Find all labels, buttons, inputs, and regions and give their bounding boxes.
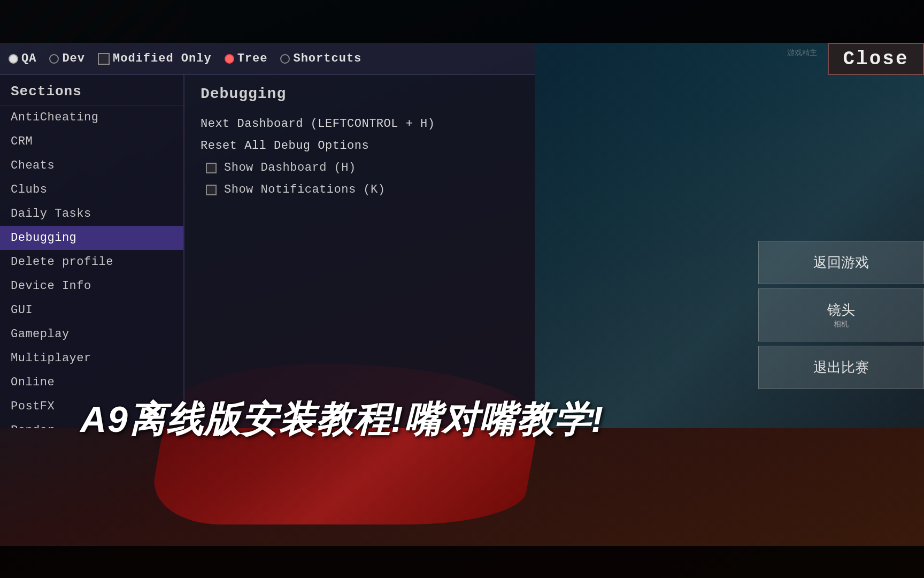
dev-radio-icon: [49, 54, 59, 64]
section-gui[interactable]: GUI: [0, 298, 183, 322]
shortcuts-label: Shortcuts: [293, 52, 361, 65]
modified-only-group[interactable]: Modified Only: [98, 52, 212, 65]
show-dashboard-label: Show Dashboard (H): [224, 161, 356, 174]
section-clubs[interactable]: Clubs: [0, 178, 183, 202]
sections-header: Sections: [0, 75, 183, 105]
section-cheats[interactable]: Cheats: [0, 154, 183, 178]
camera-button[interactable]: 镜头 相机: [758, 288, 924, 341]
show-notifications-row[interactable]: Show Notifications (K): [201, 179, 519, 201]
section-device-info[interactable]: Device Info: [0, 274, 183, 298]
dev-radio-group[interactable]: Dev: [49, 52, 85, 65]
shortcuts-radio-group[interactable]: Shortcuts: [280, 52, 361, 65]
show-dashboard-checkbox[interactable]: [206, 163, 217, 173]
close-button[interactable]: Close: [828, 43, 924, 75]
close-button-label: Close: [843, 48, 908, 70]
chinese-overlay-text: A9离线版安装教程!嘴对嘴教学!: [80, 396, 604, 444]
bottom-bar: [0, 546, 924, 578]
qa-radio-icon: [9, 54, 18, 64]
tree-radio-icon: [225, 54, 234, 64]
content-header: Debugging: [201, 86, 519, 102]
action-next-dashboard[interactable]: Next Dashboard (LEFTCONTROL + H): [201, 113, 519, 135]
tree-radio-group[interactable]: Tree: [225, 52, 268, 65]
section-delete-profile[interactable]: Delete profile: [0, 250, 183, 274]
return-game-button[interactable]: 返回游戏: [758, 241, 924, 284]
camera-sub: 相机: [767, 320, 915, 329]
section-multiplayer[interactable]: Multiplayer: [0, 346, 183, 370]
content-panel: Debugging Next Dashboard (LEFTCONTROL + …: [184, 75, 535, 428]
toolbar: QA Dev Modified Only Tree Shortcuts: [0, 43, 535, 75]
action-reset-debug[interactable]: Reset All Debug Options: [201, 135, 519, 157]
show-notifications-label: Show Notifications (K): [224, 183, 385, 196]
section-anticheat[interactable]: AntiCheating: [0, 105, 183, 130]
return-game-label: 返回游戏: [813, 254, 869, 270]
show-notifications-checkbox[interactable]: [206, 185, 217, 195]
dev-label: Dev: [62, 52, 85, 65]
right-buttons-panel: 返回游戏 镜头 相机 退出比赛: [758, 241, 924, 389]
section-debugging[interactable]: Debugging: [0, 226, 183, 250]
section-online[interactable]: Online: [0, 370, 183, 394]
modified-only-checkbox[interactable]: [98, 53, 110, 65]
qa-label: QA: [21, 52, 36, 65]
qa-radio-group[interactable]: QA: [9, 52, 36, 65]
section-gameplay[interactable]: Gameplay: [0, 322, 183, 346]
show-dashboard-row[interactable]: Show Dashboard (H): [201, 157, 519, 179]
camera-label: 镜头: [827, 302, 855, 318]
tree-label: Tree: [237, 52, 268, 65]
section-daily-tasks[interactable]: Daily Tasks: [0, 202, 183, 226]
shortcuts-radio-icon: [280, 54, 290, 64]
sections-panel: Sections AntiCheating CRM Cheats Clubs D…: [0, 75, 184, 428]
modified-only-label: Modified Only: [113, 52, 212, 65]
exit-race-button[interactable]: 退出比赛: [758, 346, 924, 389]
section-crm[interactable]: CRM: [0, 130, 183, 154]
exit-race-label: 退出比赛: [813, 359, 869, 375]
top-bar: [0, 0, 924, 43]
watermark-text: 游戏精主: [787, 48, 817, 58]
